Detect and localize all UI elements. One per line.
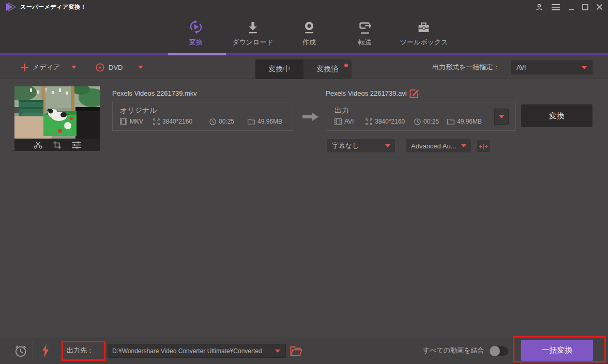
maximize-icon[interactable] [582, 4, 588, 10]
output-destination-label: 出力先： [67, 346, 94, 355]
scissors-icon[interactable] [34, 141, 42, 149]
alarm-icon[interactable] [13, 344, 28, 358]
tab-convert[interactable]: 変換 [187, 18, 205, 47]
source-resolution: 3840*2160 [162, 118, 192, 125]
film-icon [120, 118, 127, 125]
toolbox-icon [416, 20, 432, 35]
dvd-button[interactable]: DVD [96, 55, 143, 79]
convert-button[interactable]: 変換 [521, 104, 592, 127]
toolbar: メディア DVD 変換中 変換済 出力形式を一括指定： AVI [0, 55, 608, 79]
tab-create[interactable]: 作成 [301, 18, 317, 47]
output-size: 49.96MB [457, 118, 482, 125]
output-path-value: D:¥Wondershare Video Converter Ultimate¥… [112, 347, 275, 355]
output-settings-dropdown[interactable] [494, 109, 509, 125]
resolution-icon [366, 118, 372, 125]
tab-transfer-label: 転送 [357, 38, 373, 47]
source-info-box: オリジナル MKV 3840*2160 00:25 49.96MB [112, 102, 293, 131]
output-duration: 00:25 [423, 118, 439, 125]
audio-tweak-icon: +|+ [479, 143, 489, 149]
audio-dropdown-caret-icon [461, 144, 466, 147]
add-media-button[interactable]: メディア [21, 55, 77, 79]
transfer-icon [357, 20, 373, 35]
tab-converted-label: 変換済 [317, 65, 339, 74]
output-format-select[interactable]: AVI [511, 60, 592, 74]
titlebar: スーパーメディア変換！ [0, 0, 608, 14]
tab-download[interactable]: ダウンロード [232, 18, 273, 47]
source-filename: Pexels Videos 2261739.mkv [112, 89, 197, 97]
dvd-icon [96, 63, 104, 72]
folder-icon [248, 118, 255, 125]
divider [33, 341, 33, 361]
output-dropdown-caret-icon [499, 115, 504, 118]
clock-icon [209, 118, 216, 125]
source-box-title: オリジナル [120, 106, 157, 115]
lightning-icon[interactable] [41, 344, 50, 358]
tab-converted[interactable]: 変換済 [303, 59, 352, 79]
dvd-label: DVD [109, 64, 123, 71]
minimize-icon[interactable] [568, 4, 574, 10]
output-format-value: AVI [516, 64, 582, 71]
output-format: AVI [344, 118, 354, 125]
source-format: MKV [130, 118, 143, 125]
row-divider [0, 158, 608, 158]
audio-select-value: Advanced Au... [411, 142, 461, 150]
dvd-dropdown-caret-icon[interactable] [138, 66, 143, 69]
arrow-right-icon [302, 111, 318, 123]
add-media-label: メディア [33, 63, 60, 72]
subtitle-select-value: 字幕なし [332, 141, 385, 150]
close-icon[interactable] [596, 4, 603, 10]
tab-converting[interactable]: 変換中 [255, 59, 303, 79]
output-info-box: 出力 AVI 3840*2160 00:25 49.96MB [327, 102, 516, 131]
play-logo-icon [5, 3, 17, 11]
app-window: スーパーメディア変換！ [0, 0, 608, 364]
media-dropdown-caret-icon[interactable] [71, 66, 77, 69]
thumbnail-toolbar [14, 139, 100, 151]
clock-icon [414, 118, 421, 125]
subtitle-select[interactable]: 字幕なし [327, 139, 396, 153]
output-resolution: 3840*2160 [375, 118, 405, 125]
output-filename: Pexels Videos 2261739.avi [326, 89, 407, 97]
main-nav: 変換 ダウンロード 作成 [0, 14, 608, 53]
toggle-knob [490, 346, 500, 356]
convert-icon [187, 19, 205, 35]
tab-download-label: ダウンロード [232, 38, 273, 47]
output-format-label: 出力形式を一括指定： [432, 55, 499, 79]
effects-icon[interactable] [72, 141, 81, 149]
batch-convert-button[interactable]: 一括変換 [521, 340, 593, 361]
tab-toolbox-label: ツールボックス [400, 38, 448, 47]
menu-icon[interactable] [551, 4, 560, 11]
path-dropdown-caret-icon [275, 350, 280, 353]
batch-convert-label: 一括変換 [542, 345, 573, 355]
burn-disc-icon [301, 20, 317, 35]
account-icon[interactable] [535, 3, 543, 11]
video-thumbnail-card [14, 86, 100, 151]
merge-videos-toggle[interactable] [490, 346, 508, 356]
format-dropdown-caret-icon [582, 66, 587, 69]
convert-button-label: 変換 [549, 111, 565, 121]
resolution-icon [153, 118, 160, 125]
tab-toolbox[interactable]: ツールボックス [400, 18, 448, 47]
tab-transfer[interactable]: 転送 [357, 18, 373, 47]
output-path-select[interactable]: D:¥Wondershare Video Converter Ultimate¥… [108, 344, 286, 358]
merge-videos-label: すべての動画を結合 [423, 346, 484, 355]
download-icon [245, 20, 261, 35]
film-icon [335, 118, 342, 125]
source-size: 49.96MB [257, 118, 282, 125]
edit-icon[interactable] [409, 88, 419, 98]
audio-select[interactable]: Advanced Au... [406, 139, 472, 153]
tab-convert-label: 変換 [187, 38, 205, 47]
tab-create-label: 作成 [301, 38, 317, 47]
app-title: スーパーメディア変換！ [20, 3, 86, 11]
source-duration: 00:25 [219, 118, 234, 125]
open-folder-icon[interactable] [290, 346, 302, 356]
tab-converting-label: 変換中 [269, 65, 291, 74]
bottom-bar: 出力先： D:¥Wondershare Video Converter Ulti… [0, 338, 608, 364]
converted-badge-dot [344, 64, 348, 67]
output-box-title: 出力 [335, 106, 349, 115]
crop-icon[interactable] [53, 141, 61, 149]
folder-icon [447, 118, 454, 125]
video-thumbnail[interactable] [14, 86, 100, 139]
plus-icon [21, 64, 28, 71]
audio-tweak-button[interactable]: +|+ [477, 140, 491, 153]
subtitle-dropdown-caret-icon [385, 144, 390, 147]
